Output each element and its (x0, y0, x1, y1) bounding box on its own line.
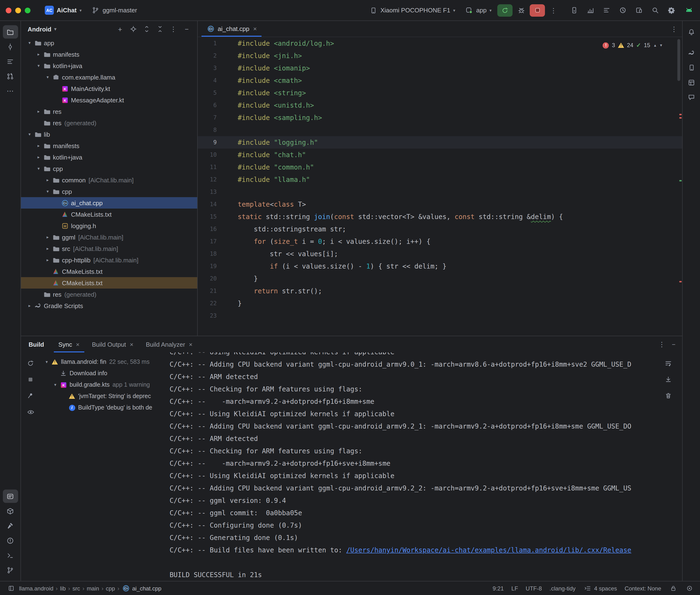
code-line-12[interactable]: 12#include "llama.h" (198, 173, 682, 186)
code-line-2[interactable]: 2#include <jni.h> (198, 50, 682, 62)
app-insights-icon[interactable] (615, 4, 630, 17)
packages-icon[interactable] (3, 504, 18, 518)
tree-item-manifests[interactable]: ▸manifests (21, 49, 197, 60)
line-number[interactable]: 6 (198, 99, 221, 111)
tree-item-ggml[interactable]: ▸ggml[AiChat.lib.main] (21, 231, 197, 243)
line-number[interactable]: 18 (198, 248, 221, 260)
locate-file-icon[interactable] (128, 23, 139, 35)
logcat-tool-icon[interactable] (3, 489, 18, 503)
breadcrumb-item[interactable]: main (87, 585, 99, 592)
minimize-window-button[interactable] (15, 7, 21, 13)
tree-item-cpp[interactable]: ▾cpp (21, 186, 197, 197)
problems-icon[interactable] (3, 534, 18, 547)
more-actions-button[interactable]: ⋮ (547, 4, 560, 17)
tree-item-com-example-llama[interactable]: ▾com.example.llama (21, 72, 197, 83)
line-number[interactable]: 19 (198, 260, 221, 273)
running-devices-icon[interactable] (567, 4, 581, 17)
line-number[interactable]: 8 (198, 124, 221, 136)
code-line-3[interactable]: 3#include <iomanip> (198, 62, 682, 74)
build-tab-build-output[interactable]: Build Output× (87, 336, 138, 352)
line-number[interactable]: 9 (198, 136, 221, 148)
zoom-window-button[interactable] (25, 7, 30, 13)
tree-item-mainactivity-kt[interactable]: KMainActivity.kt (21, 83, 197, 94)
error-stripe-mark[interactable] (679, 281, 682, 282)
tree-item-common[interactable]: ▸common[AiChat.lib.main] (21, 174, 197, 186)
code-line-11[interactable]: 11#include "common.h" (198, 161, 682, 173)
code-line-13[interactable]: 13 (198, 186, 682, 198)
device-selector[interactable]: Xiaomi POCOPHONE F1 ▾ (365, 5, 459, 16)
collapse-all-icon[interactable] (155, 23, 166, 35)
tree-item-cpp-httplib[interactable]: ▸cpp-httplib[AiChat.lib.main] (21, 254, 197, 266)
line-number[interactable]: 1 (198, 37, 221, 50)
commit-icon[interactable] (3, 40, 18, 53)
build-tool-icon[interactable] (3, 519, 18, 532)
android-avatar[interactable] (683, 4, 695, 16)
tool-window-toggle-icon[interactable] (7, 585, 15, 591)
tree-item-gradle-scripts[interactable]: ▸Gradle Scripts (21, 300, 197, 311)
lock-icon[interactable] (669, 585, 677, 591)
code-line-22[interactable]: 22} (198, 297, 682, 310)
code-line-4[interactable]: 4#include <cmath> (198, 74, 682, 87)
build-window-title[interactable]: Build (29, 341, 44, 348)
line-separator[interactable]: LF (511, 585, 518, 592)
add-icon[interactable]: + (114, 23, 126, 35)
code-line-7[interactable]: 7#include <sampling.h> (198, 111, 682, 124)
status-indicator-icon[interactable] (685, 585, 694, 591)
code-line-9[interactable]: 9#include "logging.h" (198, 136, 682, 148)
file-encoding[interactable]: UTF-8 (526, 585, 542, 592)
chevron-right-icon[interactable]: ▸ (44, 258, 52, 262)
hide-build-panel-button[interactable]: − (672, 341, 675, 348)
line-number[interactable]: 14 (198, 198, 221, 210)
close-tab-icon[interactable]: × (253, 25, 257, 32)
code-style-config[interactable]: .clang-tidy (550, 585, 576, 592)
chevron-right-icon[interactable]: ▸ (44, 246, 52, 251)
chevron-down-icon[interactable]: ▾ (43, 360, 51, 364)
line-number[interactable]: 12 (198, 173, 221, 186)
tree-item-cmakelists-txt[interactable]: CMakeLists.txt (21, 277, 197, 289)
error-stripe-mark[interactable] (679, 114, 682, 115)
line-number[interactable]: 13 (198, 186, 221, 198)
terminal-icon[interactable] (3, 548, 18, 562)
rerun-icon[interactable] (24, 358, 37, 369)
code-line-19[interactable]: 19 if (i < values.size() - 1) { str << d… (198, 260, 682, 273)
line-number[interactable]: 7 (198, 111, 221, 124)
chevron-right-icon[interactable]: ▸ (35, 52, 43, 57)
project-widget[interactable]: AC AiChat ▾ (41, 4, 85, 17)
build-tab-sync[interactable]: Sync× (54, 336, 84, 352)
profiler-icon[interactable] (583, 4, 597, 17)
line-number[interactable]: 4 (198, 74, 221, 87)
close-tab-icon[interactable]: × (76, 341, 80, 348)
layout-inspector-icon[interactable] (684, 76, 699, 89)
close-tab-icon[interactable]: × (130, 341, 133, 348)
structure-icon[interactable] (3, 55, 18, 68)
build-tab-build-analyzer[interactable]: Build Analyzer× (141, 336, 197, 352)
tree-item-buildtype-debug-is-both-de[interactable]: iBuildType 'debug' is both de (40, 402, 170, 413)
options-icon[interactable]: ⋮ (168, 23, 179, 35)
preview-icon[interactable] (24, 407, 37, 417)
error-stripe-mark[interactable] (679, 117, 682, 119)
tree-item-llama-android-fin[interactable]: ▾!llama.android: fin22 sec, 583 ms (40, 356, 170, 368)
soft-wrap-icon[interactable] (662, 358, 674, 369)
line-number[interactable]: 10 (198, 148, 221, 161)
close-window-button[interactable] (6, 7, 11, 13)
tree-item-messageadapter-kt[interactable]: KMessageAdapter.kt (21, 94, 197, 106)
breadcrumb-item[interactable]: lib (60, 585, 66, 592)
chevron-right-icon[interactable]: ▸ (44, 178, 52, 182)
settings-icon[interactable] (664, 4, 678, 17)
line-number[interactable]: 3 (198, 62, 221, 74)
code-line-14[interactable]: 14template<class T> (198, 198, 682, 210)
code-line-6[interactable]: 6#include <unistd.h> (198, 99, 682, 111)
tree-item-logging-h[interactable]: Hlogging.h (21, 220, 197, 231)
line-number[interactable]: 17 (198, 235, 221, 248)
code-line-18[interactable]: 18 str << values[i]; (198, 248, 682, 260)
line-number[interactable]: 21 (198, 285, 221, 297)
chevron-right-icon[interactable]: ▸ (44, 235, 52, 239)
tree-item-cpp[interactable]: ▾cpp (21, 163, 197, 174)
chevron-right-icon[interactable]: ▸ (26, 303, 33, 308)
tree-item-cmakelists-txt[interactable]: CMakeLists.txt (21, 266, 197, 277)
code-line-21[interactable]: 21 return str.str(); (198, 285, 682, 297)
more-tools-icon[interactable]: ⋯ (3, 84, 18, 97)
code-line-20[interactable]: 20 } (198, 273, 682, 285)
tree-item-res[interactable]: ▸res (21, 106, 197, 117)
line-number[interactable]: 5 (198, 87, 221, 99)
